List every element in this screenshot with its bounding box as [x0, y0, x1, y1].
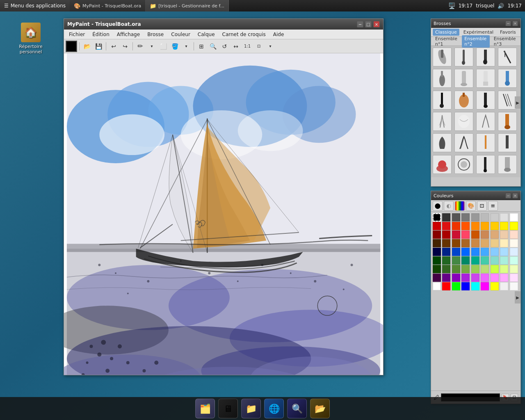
swatch-dark-red2[interactable]	[442, 231, 450, 239]
swatch-pale-pink[interactable]	[500, 274, 508, 282]
brush-cell-14[interactable]	[454, 112, 473, 131]
menu-aide[interactable]: Aide	[270, 31, 288, 38]
swatch-very-pale-pink[interactable]	[510, 274, 518, 282]
swatch-black[interactable]	[433, 213, 441, 221]
swatch-blue1[interactable]	[461, 248, 470, 256]
swatch-light-teal[interactable]	[491, 256, 499, 265]
swatch-olive1[interactable]	[442, 265, 450, 273]
swatch-pure-blue[interactable]	[461, 282, 470, 290]
swatch-pink1[interactable]	[461, 231, 470, 239]
brush-cell-20[interactable]	[498, 133, 517, 152]
swatch-dark-blue1[interactable]	[442, 248, 450, 256]
swatch-mid-gray[interactable]	[471, 213, 479, 221]
swatch-dark-orange[interactable]	[471, 231, 479, 239]
zoom-in-button[interactable]: 🔍	[208, 41, 218, 52]
menu-brosse[interactable]: Brosse	[144, 31, 167, 38]
swatch-green2[interactable]	[461, 265, 470, 273]
swatch-olive2[interactable]	[452, 265, 460, 273]
swatch-dark-gray2[interactable]	[452, 213, 460, 221]
swatch-cream[interactable]	[510, 239, 518, 247]
swatch-dark-brown[interactable]	[433, 239, 441, 247]
save-file-button[interactable]: 💾	[93, 41, 104, 52]
redo-button[interactable]: ↪	[120, 41, 130, 52]
dock-item-search[interactable]: 🔍	[287, 399, 307, 418]
brosses-expand-arrow[interactable]: ▶	[515, 96, 520, 109]
zoom-fit-button[interactable]: ⊡	[253, 41, 264, 52]
brush-cell-7[interactable]	[476, 69, 495, 88]
swatch-blue2[interactable]	[471, 248, 479, 256]
zoom-100-button[interactable]: 1:1	[242, 41, 253, 52]
swatch-blue3[interactable]	[481, 248, 489, 256]
paint-bucket-arrow[interactable]: ▾	[181, 41, 192, 52]
tab-classique[interactable]: Classique	[433, 29, 459, 36]
dock-item-browser[interactable]: 🌐	[264, 399, 284, 418]
brush-cell-21[interactable]	[433, 155, 452, 174]
menu-carnet[interactable]: Carnet de croquis	[219, 31, 269, 38]
swatch-pale-lime[interactable]	[510, 265, 518, 273]
swatch-red1[interactable]	[433, 222, 441, 230]
more-button[interactable]: ▾	[265, 41, 276, 52]
swatch-dark-purple[interactable]	[433, 274, 441, 282]
brush-cell-9[interactable]	[433, 91, 452, 110]
swatch-very-light-teal[interactable]	[500, 256, 508, 265]
taskbar-item-files[interactable]: 📁 [trisquel - Gestionnaire de f...	[146, 0, 229, 11]
swatch-purple2[interactable]	[452, 274, 460, 282]
swatch-skin[interactable]	[510, 231, 518, 239]
swatch-very-light-gray[interactable]	[500, 213, 508, 221]
swatch-brown3[interactable]	[461, 239, 470, 247]
swatch-mint[interactable]	[481, 256, 489, 265]
swatch-tan3[interactable]	[500, 231, 508, 239]
swatch-dark-green2[interactable]	[442, 256, 450, 265]
swatch-green1[interactable]	[452, 256, 460, 265]
tab-experimental[interactable]: Expérimental	[461, 29, 496, 36]
swatch-lime[interactable]	[500, 265, 508, 273]
brush-cell-23[interactable]	[476, 155, 495, 174]
color-wheel-button[interactable]: ⬤	[433, 201, 443, 211]
swatch-teal2[interactable]	[471, 256, 479, 265]
swatch-light-tan[interactable]	[491, 239, 499, 247]
brush-set-1[interactable]: Ensemble n°1	[433, 35, 460, 48]
couleurs-expand-arrow[interactable]: ▶	[515, 291, 520, 304]
dock-item-terminal[interactable]: 🖥	[218, 399, 238, 418]
menu-edition[interactable]: Édition	[89, 31, 113, 38]
color-harmony-button[interactable]: ≡	[488, 201, 498, 211]
brush-cell-15[interactable]	[476, 112, 495, 131]
couleurs-close[interactable]: ×	[512, 193, 518, 199]
swatch-very-light-blue[interactable]	[510, 248, 518, 256]
color-spectrum-button[interactable]	[455, 201, 465, 211]
brush-cell-2[interactable]	[454, 48, 473, 66]
brosses-minimize[interactable]: −	[505, 21, 511, 26]
dock-item-folder[interactable]: 📂	[310, 399, 330, 418]
taskbar-item-mypaint[interactable]: 🎨 MyPaint - TrisquelBoat.ora	[70, 0, 146, 11]
swatch-brown2[interactable]	[452, 239, 460, 247]
swatch-light-green[interactable]	[481, 265, 489, 273]
swatch-bright-yellow-green[interactable]	[491, 265, 499, 273]
brush-cell-12[interactable]	[498, 91, 517, 110]
swatch-red2[interactable]	[442, 222, 450, 230]
paint-bucket-button[interactable]: 🪣	[169, 41, 180, 52]
swatch-yellow-green[interactable]	[471, 265, 479, 273]
dock-item-files[interactable]: 🗂️	[195, 399, 215, 418]
swatch-pure-yellow[interactable]	[491, 282, 499, 290]
minimize-button[interactable]: −	[357, 21, 363, 27]
swatch-navy[interactable]	[433, 248, 441, 256]
brush-cell-5[interactable]	[433, 69, 452, 88]
menu-fichier[interactable]: Fichier	[66, 31, 88, 38]
brush-cell-11[interactable]	[476, 91, 495, 110]
swatch-teal1[interactable]	[461, 256, 470, 265]
foreground-color[interactable]	[66, 41, 77, 52]
brush-cell-18[interactable]	[454, 133, 473, 152]
brush-cell-8[interactable]	[498, 69, 517, 88]
brosses-close[interactable]: ×	[512, 21, 518, 26]
swatch-dark-green1[interactable]	[433, 256, 441, 265]
swatch-pure-white[interactable]	[433, 282, 441, 290]
color-history-button[interactable]: ⊡	[477, 201, 487, 211]
swatch-light-gray2[interactable]	[491, 213, 499, 221]
swatch-magenta1[interactable]	[471, 274, 479, 282]
brush-cell-19[interactable]	[476, 133, 495, 152]
swatch-brown4[interactable]	[471, 239, 479, 247]
swatch-orange1[interactable]	[461, 222, 470, 230]
swatch-pink2[interactable]	[481, 274, 489, 282]
brush-cell-24[interactable]	[498, 155, 517, 174]
swatch-orange2[interactable]	[471, 222, 479, 230]
